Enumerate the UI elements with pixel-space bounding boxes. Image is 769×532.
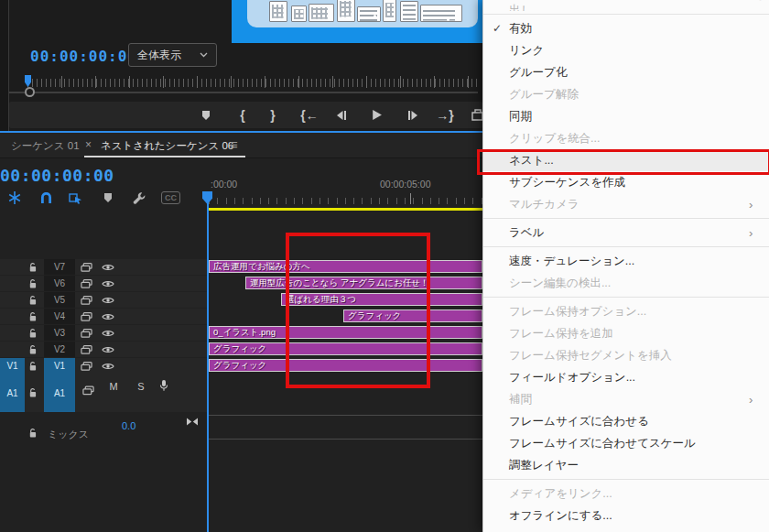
- menu-item-scale-to-frame-size[interactable]: フレームサイズに合わせてスケール: [483, 432, 769, 454]
- menu-item-label[interactable]: ラベル›: [483, 222, 769, 244]
- tab-nested-sequence-06[interactable]: ネストされたシーケンス 06: [101, 139, 233, 153]
- menu-item-speed-duration[interactable]: 速度・デュレーション...: [483, 250, 769, 272]
- menu-item-ungroup: グループ解除: [483, 83, 769, 105]
- solo-button[interactable]: S: [134, 381, 148, 392]
- marker-icon: [201, 110, 211, 121]
- sparkle-dot: [348, 16, 351, 19]
- track-target-v7[interactable]: V7: [44, 259, 75, 275]
- source-patch-v1[interactable]: V1: [0, 358, 25, 374]
- menu-item-adjustment-layer[interactable]: 調整レイヤー: [483, 454, 769, 476]
- play-button[interactable]: [364, 102, 388, 128]
- lift-icon: [471, 109, 483, 121]
- monitor-scrollbar[interactable]: [9, 92, 478, 93]
- track-lock-icon[interactable]: [28, 262, 37, 272]
- voiceover-mic-icon[interactable]: [159, 379, 168, 392]
- play-icon: [371, 109, 383, 121]
- linked-selection-toggle[interactable]: [64, 188, 86, 208]
- track-target-v2[interactable]: V2: [44, 342, 75, 357]
- panel-menu-icon[interactable]: ≡: [230, 136, 238, 152]
- track-lock-icon[interactable]: [28, 388, 37, 398]
- track-output-eye-icon[interactable]: [102, 345, 114, 353]
- building-illustration: [269, 1, 287, 22]
- sync-lock-icon[interactable]: [81, 361, 92, 371]
- track-target-v4[interactable]: V4: [44, 309, 75, 324]
- ruler-label-start: :00:00: [211, 179, 237, 190]
- menu-item-group[interactable]: グループ化: [483, 61, 769, 83]
- track-lock-icon[interactable]: [28, 278, 37, 288]
- track-output-eye-icon[interactable]: [102, 312, 114, 320]
- mute-button[interactable]: M: [106, 381, 121, 392]
- track-output-eye-icon[interactable]: [102, 279, 114, 288]
- snap-toggle[interactable]: [35, 188, 57, 208]
- mix-volume-value[interactable]: 0.0: [122, 420, 135, 431]
- monitor-scrollbar-handle[interactable]: [25, 87, 35, 97]
- track-header-v7: V7: [0, 259, 207, 275]
- captions-toggle[interactable]: CC: [161, 188, 183, 208]
- sync-lock-icon[interactable]: [81, 328, 92, 338]
- menu-separator: [483, 479, 769, 480]
- sync-lock-icon[interactable]: [81, 311, 92, 321]
- menu-separator: [483, 297, 769, 298]
- menu-item-set-to-frame-size[interactable]: フレームサイズに合わせる: [483, 410, 769, 432]
- menu-item-enable[interactable]: ✓有効: [483, 17, 769, 39]
- track-output-eye-icon[interactable]: [102, 296, 114, 304]
- track-target-v6[interactable]: V6: [44, 276, 75, 291]
- mark-in-button[interactable]: {: [231, 102, 255, 128]
- building-illustration: [357, 6, 381, 22]
- track-lock-icon[interactable]: [28, 328, 37, 338]
- premiere-pro-window: 00:00:00:00 全体表示 { } {←: [0, 0, 769, 532]
- track-target-v1[interactable]: V1: [44, 358, 75, 374]
- insert-as-nest-toggle[interactable]: [4, 188, 26, 208]
- sync-lock-icon[interactable]: [81, 262, 92, 272]
- sync-lock-icon[interactable]: [81, 278, 92, 288]
- timeline-add-marker-button[interactable]: [97, 188, 119, 208]
- mark-out-button[interactable]: }: [261, 102, 285, 128]
- step-back-button[interactable]: [330, 102, 353, 128]
- track-output-eye-icon[interactable]: [102, 329, 114, 337]
- timeline-ruler[interactable]: [209, 198, 482, 204]
- source-patch-a1[interactable]: A1: [0, 374, 25, 412]
- building-illustration: [420, 5, 462, 22]
- track-lock-icon[interactable]: [28, 344, 37, 354]
- add-marker-button[interactable]: [194, 102, 218, 128]
- go-to-out-button[interactable]: →}: [430, 102, 460, 128]
- step-forward-icon: [407, 110, 418, 121]
- menu-item-field-options[interactable]: フィールドオプション...: [483, 366, 769, 388]
- chevron-down-icon: [200, 52, 208, 58]
- timeline-timecode[interactable]: 00:00:00:00: [0, 166, 114, 185]
- ruler-label-5s: 00:00:05:00: [380, 179, 430, 190]
- track-header-v6: V6: [0, 276, 207, 291]
- track-output-eye-icon[interactable]: [102, 362, 114, 370]
- timeline-playhead-line: [207, 192, 209, 532]
- menu-item-label: 同期: [509, 109, 769, 125]
- zoom-level-value: 全体表示: [137, 48, 181, 63]
- track-target-v5[interactable]: V5: [44, 292, 75, 308]
- step-forward-button[interactable]: [401, 102, 425, 128]
- track-lock-icon[interactable]: [28, 361, 37, 371]
- menu-item-make-offline[interactable]: オフラインにする...: [483, 505, 769, 527]
- menu-item-label: ラベル: [509, 225, 749, 241]
- sync-lock-icon[interactable]: [81, 344, 92, 354]
- sync-lock-icon[interactable]: [81, 295, 92, 305]
- sync-lock-icon[interactable]: [82, 385, 94, 396]
- menu-item-label: フレーム保持セグメントを挿入: [509, 348, 769, 364]
- track-lock-icon[interactable]: [28, 295, 37, 305]
- monitor-timecode[interactable]: 00:00:00:00: [30, 48, 137, 65]
- track-lock-icon[interactable]: [28, 311, 37, 321]
- keyframe-nav-icon[interactable]: [186, 418, 199, 426]
- tab-sequence-01[interactable]: シーケンス 01: [11, 139, 80, 153]
- timeline-settings-wrench-icon[interactable]: [128, 188, 150, 208]
- menu-item-link[interactable]: リンク: [483, 39, 769, 61]
- track-target-v3[interactable]: V3: [44, 325, 75, 341]
- track-lock-icon[interactable]: [28, 429, 37, 439]
- clip-label: 0_イラスト.png: [213, 327, 276, 337]
- track-output-eye-icon[interactable]: [102, 263, 114, 271]
- track-target-a1[interactable]: A1: [44, 374, 75, 412]
- go-to-in-button[interactable]: {←: [295, 102, 324, 128]
- menu-item-synchronize[interactable]: 同期: [483, 105, 769, 127]
- track-header-v1: V1V1: [0, 358, 207, 374]
- tab-close-icon[interactable]: ×: [85, 138, 92, 151]
- menu-item-label: フレームサイズに合わせてスケール: [509, 436, 769, 451]
- building-illustration: [291, 5, 307, 22]
- zoom-level-select[interactable]: 全体表示: [128, 43, 217, 67]
